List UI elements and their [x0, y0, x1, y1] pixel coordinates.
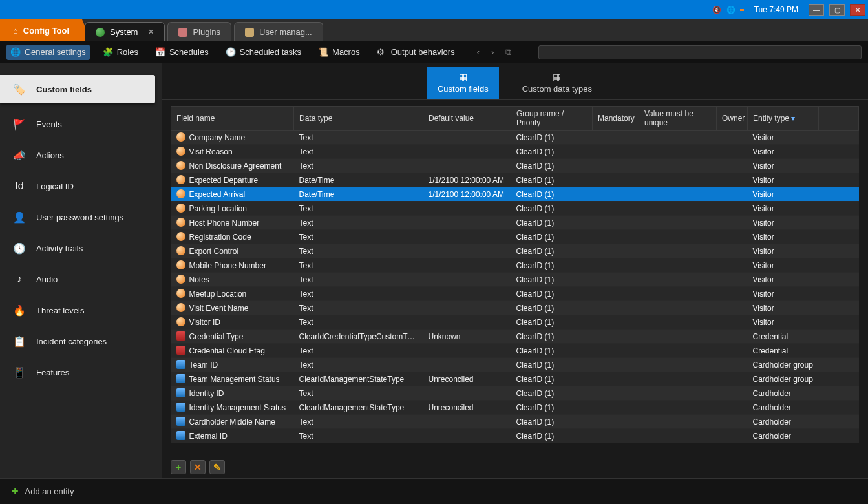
cell-owner	[717, 202, 748, 216]
delete-button[interactable]: ✕	[190, 460, 206, 474]
cell-default-value	[423, 258, 511, 273]
sidebar-item-features[interactable]: 📱Features	[0, 357, 162, 388]
cell-group: ClearID (1)	[511, 258, 593, 273]
cell-unique	[639, 401, 717, 415]
tab-plugins[interactable]: Plugins	[167, 22, 231, 41]
table-row[interactable]: External IDTextClearID (1)Cardholder	[171, 429, 859, 443]
table-row[interactable]: Team Management StatusClearIdManagementS…	[171, 372, 859, 386]
system-tray: 🔇 🌐 Tue 7:49 PM — ▢ ✕	[712, 4, 865, 16]
table-row[interactable]: Team IDTextClearID (1)Cardholder group	[171, 358, 859, 372]
table-row[interactable]: Identity Management StatusClearIdManagem…	[171, 401, 859, 415]
maximize-button[interactable]: ▢	[829, 4, 845, 16]
network-icon[interactable]: 🌐	[726, 5, 736, 15]
table-row[interactable]: Parking LocationTextClearID (1)Visitor	[171, 202, 859, 216]
config-tool-tab[interactable]: ⌂ Config Tool	[0, 19, 82, 41]
sidebar-item-events[interactable]: 🚩Events	[0, 109, 162, 140]
cell-data-type: Text	[294, 159, 423, 173]
cell-spacer	[819, 372, 859, 386]
cell-group: ClearID (1)	[511, 159, 593, 173]
cell-unique	[639, 216, 717, 230]
table-row[interactable]: Non Disclosure AgreementTextClearID (1)V…	[171, 159, 859, 173]
sidebar-item-label: User password settings	[36, 213, 123, 222]
cell-field-name: Meetup Location	[171, 287, 294, 301]
table-row[interactable]: Registration CodeTextClearID (1)Visitor	[171, 230, 859, 244]
toolbar-output-behaviors[interactable]: ⚙Output behaviors	[373, 45, 459, 60]
table-row[interactable]: Credential TypeClearIdCredentialTypeCust…	[171, 330, 859, 344]
table-row[interactable]: Meetup LocationTextClearID (1)Visitor	[171, 287, 859, 301]
table-row[interactable]: NotesTextClearID (1)Visitor	[171, 273, 859, 287]
cell-group: ClearID (1)	[511, 415, 593, 429]
sidebar-item-audio[interactable]: ♪Audio	[0, 264, 162, 295]
table-row[interactable]: Export ControlTextClearID (1)Visitor	[171, 244, 859, 258]
table-row[interactable]: Visitor IDTextClearID (1)Visitor	[171, 315, 859, 330]
cell-owner	[717, 216, 748, 230]
toolbar-roles[interactable]: 🧩Roles	[99, 45, 142, 60]
table-row[interactable]: Visit ReasonTextClearID (1)Visitor	[171, 145, 859, 159]
col-value-must-be-unique[interactable]: Value must be unique	[639, 107, 717, 131]
col-data-type[interactable]: Data type	[294, 107, 423, 131]
content-tab-custom-data-types[interactable]: ▦Custom data types	[512, 67, 602, 99]
sidebar-item-custom-fields[interactable]: 🏷️Custom fields	[0, 75, 155, 103]
mute-icon[interactable]: 🔇	[712, 5, 722, 15]
toolbar-scheduled-tasks[interactable]: 🕑Scheduled tasks	[222, 45, 305, 60]
footer-add-entity[interactable]: + Add an entity	[0, 478, 868, 504]
sidebar-item-activity-trails[interactable]: 🕓Activity trails	[0, 233, 162, 264]
add-button[interactable]: +	[171, 460, 186, 474]
sidebar-item-threat-levels[interactable]: 🔥Threat levels	[0, 295, 162, 326]
row-icon	[176, 189, 185, 198]
tool-label: Output behaviors	[391, 47, 455, 57]
table-row[interactable]: Expected ArrivalDate/Time1/1/2100 12:00:…	[171, 187, 859, 202]
cell-entity-type: Cardholder	[748, 401, 819, 415]
table-row[interactable]: Identity IDTextClearID (1)Cardholder	[171, 386, 859, 401]
table-row[interactable]: Company NameTextClearID (1)Visitor	[171, 131, 859, 145]
toolbar-macros[interactable]: 📜Macros	[314, 45, 364, 60]
col-field-name[interactable]: Field name	[171, 107, 294, 131]
cell-entity-type: Cardholder group	[748, 358, 819, 372]
table-row[interactable]: Expected DepartureDate/Time1/1/2100 12:0…	[171, 173, 859, 187]
minimize-button[interactable]: —	[809, 4, 824, 16]
content-tab-custom-fields[interactable]: ▦Custom fields	[427, 67, 499, 99]
close-icon[interactable]: ✕	[148, 28, 154, 36]
cell-default-value	[423, 315, 511, 330]
table-row[interactable]: Visit Event NameTextClearID (1)Visitor	[171, 301, 859, 315]
col-group-name-priority[interactable]: Group name / Priority	[511, 107, 593, 131]
cell-mandatory	[593, 386, 639, 401]
col-entity-type[interactable]: Entity type ▾	[748, 107, 819, 131]
close-button[interactable]: ✕	[850, 4, 865, 16]
sidebar-item-user-password-settings[interactable]: 👤User password settings	[0, 202, 162, 233]
tab-label: System	[110, 27, 138, 37]
table-row[interactable]: Credential Cloud EtagTextClearID (1)Cred…	[171, 344, 859, 358]
table-row[interactable]: Mobile Phone NumberTextClearID (1)Visito…	[171, 258, 859, 273]
cell-field-name: Mobile Phone Number	[171, 258, 294, 273]
cell-unique	[639, 244, 717, 258]
table-container: Field nameData typeDefault valueGroup na…	[162, 100, 868, 456]
cell-data-type: Date/Time	[294, 187, 423, 202]
edit-button[interactable]: ✎	[209, 460, 225, 474]
tab-user-manag-[interactable]: User manag...	[234, 22, 323, 41]
col-owner[interactable]: Owner	[717, 107, 748, 131]
toolbar-general-settings[interactable]: 🌐General settings	[6, 45, 90, 60]
table-row[interactable]: Host Phone NumberTextClearID (1)Visitor	[171, 216, 859, 230]
cell-owner	[717, 187, 748, 202]
nav-back-button[interactable]: ‹	[472, 45, 485, 60]
cell-default-value	[423, 287, 511, 301]
toolbar-schedules[interactable]: 📅Schedules	[151, 45, 213, 60]
cell-mandatory	[593, 301, 639, 315]
nav-home-button[interactable]: ⧉	[500, 45, 516, 60]
cell-data-type: Text	[294, 244, 423, 258]
search-input[interactable]	[538, 45, 862, 59]
sidebar-item-incident-categories[interactable]: 📋Incident categories	[0, 326, 162, 357]
table-row[interactable]: Cardholder Middle NameTextClearID (1)Car…	[171, 415, 859, 429]
tab-system[interactable]: System✕	[85, 22, 165, 41]
col-mandatory[interactable]: Mandatory	[593, 107, 639, 131]
cell-unique	[639, 330, 717, 344]
action-bar: + ✕ ✎	[162, 456, 868, 478]
cell-group: ClearID (1)	[511, 386, 593, 401]
cell-field-name: Visit Event Name	[171, 301, 294, 315]
sidebar-item-logical-id[interactable]: IdLogical ID	[0, 171, 162, 202]
cell-data-type: Text	[294, 216, 423, 230]
nav-forward-button[interactable]: ›	[486, 45, 499, 60]
sidebar-item-actions[interactable]: 📣Actions	[0, 140, 162, 171]
cell-group: ClearID (1)	[511, 187, 593, 202]
col-default-value[interactable]: Default value	[423, 107, 511, 131]
